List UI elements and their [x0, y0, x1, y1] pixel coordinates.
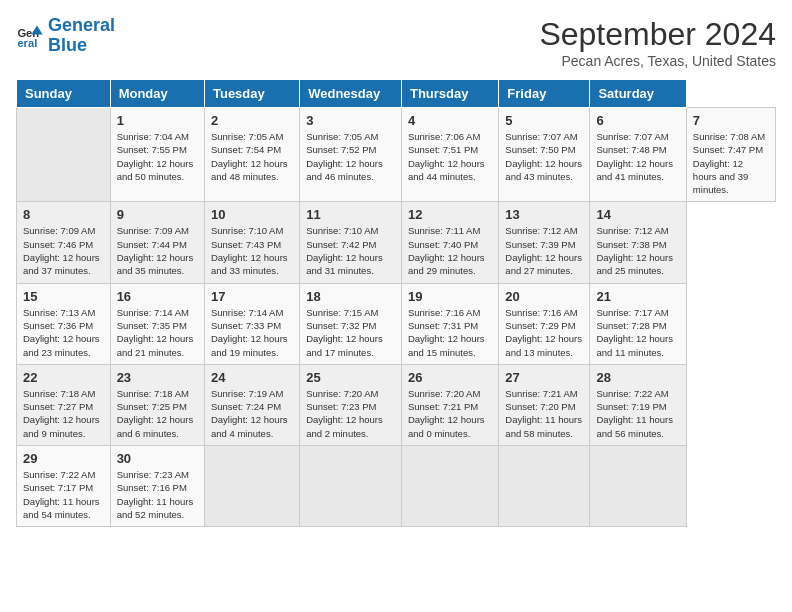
day-info: Sunrise: 7:18 AM Sunset: 7:27 PM Dayligh…	[23, 387, 104, 440]
calendar-cell: 12Sunrise: 7:11 AM Sunset: 7:40 PM Dayli…	[401, 202, 498, 283]
calendar-cell: 22Sunrise: 7:18 AM Sunset: 7:27 PM Dayli…	[17, 364, 111, 445]
day-number: 24	[211, 370, 293, 385]
calendar-cell	[401, 446, 498, 527]
day-info: Sunrise: 7:21 AM Sunset: 7:20 PM Dayligh…	[505, 387, 583, 440]
day-number: 6	[596, 113, 679, 128]
day-number: 4	[408, 113, 492, 128]
calendar-cell: 28Sunrise: 7:22 AM Sunset: 7:19 PM Dayli…	[590, 364, 686, 445]
calendar-cell: 27Sunrise: 7:21 AM Sunset: 7:20 PM Dayli…	[499, 364, 590, 445]
day-info: Sunrise: 7:14 AM Sunset: 7:35 PM Dayligh…	[117, 306, 198, 359]
day-header-tuesday: Tuesday	[204, 80, 299, 108]
calendar-cell: 29Sunrise: 7:22 AM Sunset: 7:17 PM Dayli…	[17, 446, 111, 527]
calendar-table: SundayMondayTuesdayWednesdayThursdayFrid…	[16, 79, 776, 527]
day-info: Sunrise: 7:19 AM Sunset: 7:24 PM Dayligh…	[211, 387, 293, 440]
day-number: 5	[505, 113, 583, 128]
day-info: Sunrise: 7:12 AM Sunset: 7:39 PM Dayligh…	[505, 224, 583, 277]
day-info: Sunrise: 7:20 AM Sunset: 7:23 PM Dayligh…	[306, 387, 395, 440]
day-info: Sunrise: 7:07 AM Sunset: 7:50 PM Dayligh…	[505, 130, 583, 183]
page-header: Gen eral GeneralBlue September 2024 Peca…	[16, 16, 776, 69]
day-number: 9	[117, 207, 198, 222]
day-info: Sunrise: 7:07 AM Sunset: 7:48 PM Dayligh…	[596, 130, 679, 183]
day-header-saturday: Saturday	[590, 80, 686, 108]
calendar-cell	[17, 108, 111, 202]
day-number: 23	[117, 370, 198, 385]
calendar-cell: 5Sunrise: 7:07 AM Sunset: 7:50 PM Daylig…	[499, 108, 590, 202]
calendar-cell: 26Sunrise: 7:20 AM Sunset: 7:21 PM Dayli…	[401, 364, 498, 445]
calendar-week-row: 8Sunrise: 7:09 AM Sunset: 7:46 PM Daylig…	[17, 202, 776, 283]
day-info: Sunrise: 7:13 AM Sunset: 7:36 PM Dayligh…	[23, 306, 104, 359]
day-info: Sunrise: 7:09 AM Sunset: 7:46 PM Dayligh…	[23, 224, 104, 277]
day-info: Sunrise: 7:06 AM Sunset: 7:51 PM Dayligh…	[408, 130, 492, 183]
day-info: Sunrise: 7:22 AM Sunset: 7:19 PM Dayligh…	[596, 387, 679, 440]
calendar-cell: 19Sunrise: 7:16 AM Sunset: 7:31 PM Dayli…	[401, 283, 498, 364]
calendar-week-row: 15Sunrise: 7:13 AM Sunset: 7:36 PM Dayli…	[17, 283, 776, 364]
day-number: 27	[505, 370, 583, 385]
day-info: Sunrise: 7:20 AM Sunset: 7:21 PM Dayligh…	[408, 387, 492, 440]
calendar-cell	[300, 446, 402, 527]
calendar-cell: 17Sunrise: 7:14 AM Sunset: 7:33 PM Dayli…	[204, 283, 299, 364]
day-number: 18	[306, 289, 395, 304]
calendar-week-row: 1Sunrise: 7:04 AM Sunset: 7:55 PM Daylig…	[17, 108, 776, 202]
calendar-cell: 9Sunrise: 7:09 AM Sunset: 7:44 PM Daylig…	[110, 202, 204, 283]
day-number: 12	[408, 207, 492, 222]
calendar-cell: 30Sunrise: 7:23 AM Sunset: 7:16 PM Dayli…	[110, 446, 204, 527]
calendar-cell: 2Sunrise: 7:05 AM Sunset: 7:54 PM Daylig…	[204, 108, 299, 202]
calendar-cell: 25Sunrise: 7:20 AM Sunset: 7:23 PM Dayli…	[300, 364, 402, 445]
calendar-body: 1Sunrise: 7:04 AM Sunset: 7:55 PM Daylig…	[17, 108, 776, 527]
day-info: Sunrise: 7:10 AM Sunset: 7:43 PM Dayligh…	[211, 224, 293, 277]
logo-icon: Gen eral	[16, 22, 44, 50]
day-number: 25	[306, 370, 395, 385]
calendar-week-row: 29Sunrise: 7:22 AM Sunset: 7:17 PM Dayli…	[17, 446, 776, 527]
day-number: 30	[117, 451, 198, 466]
day-number: 1	[117, 113, 198, 128]
calendar-cell	[590, 446, 686, 527]
calendar-cell: 1Sunrise: 7:04 AM Sunset: 7:55 PM Daylig…	[110, 108, 204, 202]
calendar-cell: 6Sunrise: 7:07 AM Sunset: 7:48 PM Daylig…	[590, 108, 686, 202]
day-info: Sunrise: 7:12 AM Sunset: 7:38 PM Dayligh…	[596, 224, 679, 277]
logo: Gen eral GeneralBlue	[16, 16, 115, 56]
calendar-cell: 13Sunrise: 7:12 AM Sunset: 7:39 PM Dayli…	[499, 202, 590, 283]
day-header-thursday: Thursday	[401, 80, 498, 108]
title-block: September 2024 Pecan Acres, Texas, Unite…	[539, 16, 776, 69]
day-number: 2	[211, 113, 293, 128]
calendar-title: September 2024	[539, 16, 776, 53]
calendar-cell: 3Sunrise: 7:05 AM Sunset: 7:52 PM Daylig…	[300, 108, 402, 202]
day-info: Sunrise: 7:16 AM Sunset: 7:29 PM Dayligh…	[505, 306, 583, 359]
day-info: Sunrise: 7:09 AM Sunset: 7:44 PM Dayligh…	[117, 224, 198, 277]
day-number: 17	[211, 289, 293, 304]
calendar-cell	[204, 446, 299, 527]
calendar-cell: 8Sunrise: 7:09 AM Sunset: 7:46 PM Daylig…	[17, 202, 111, 283]
calendar-cell: 16Sunrise: 7:14 AM Sunset: 7:35 PM Dayli…	[110, 283, 204, 364]
calendar-cell: 18Sunrise: 7:15 AM Sunset: 7:32 PM Dayli…	[300, 283, 402, 364]
svg-text:eral: eral	[17, 37, 37, 49]
calendar-cell: 7Sunrise: 7:08 AM Sunset: 7:47 PM Daylig…	[686, 108, 775, 202]
calendar-cell	[499, 446, 590, 527]
day-number: 10	[211, 207, 293, 222]
day-info: Sunrise: 7:14 AM Sunset: 7:33 PM Dayligh…	[211, 306, 293, 359]
day-info: Sunrise: 7:04 AM Sunset: 7:55 PM Dayligh…	[117, 130, 198, 183]
day-number: 29	[23, 451, 104, 466]
day-number: 26	[408, 370, 492, 385]
day-number: 21	[596, 289, 679, 304]
day-number: 7	[693, 113, 769, 128]
calendar-cell: 4Sunrise: 7:06 AM Sunset: 7:51 PM Daylig…	[401, 108, 498, 202]
day-header-monday: Monday	[110, 80, 204, 108]
day-number: 3	[306, 113, 395, 128]
day-number: 13	[505, 207, 583, 222]
day-info: Sunrise: 7:11 AM Sunset: 7:40 PM Dayligh…	[408, 224, 492, 277]
calendar-cell: 20Sunrise: 7:16 AM Sunset: 7:29 PM Dayli…	[499, 283, 590, 364]
calendar-header-row: SundayMondayTuesdayWednesdayThursdayFrid…	[17, 80, 776, 108]
calendar-subtitle: Pecan Acres, Texas, United States	[539, 53, 776, 69]
calendar-cell: 15Sunrise: 7:13 AM Sunset: 7:36 PM Dayli…	[17, 283, 111, 364]
day-number: 11	[306, 207, 395, 222]
day-number: 15	[23, 289, 104, 304]
day-info: Sunrise: 7:22 AM Sunset: 7:17 PM Dayligh…	[23, 468, 104, 521]
day-header-friday: Friday	[499, 80, 590, 108]
calendar-cell: 23Sunrise: 7:18 AM Sunset: 7:25 PM Dayli…	[110, 364, 204, 445]
day-number: 8	[23, 207, 104, 222]
day-number: 16	[117, 289, 198, 304]
day-number: 14	[596, 207, 679, 222]
day-number: 22	[23, 370, 104, 385]
day-info: Sunrise: 7:16 AM Sunset: 7:31 PM Dayligh…	[408, 306, 492, 359]
day-info: Sunrise: 7:10 AM Sunset: 7:42 PM Dayligh…	[306, 224, 395, 277]
